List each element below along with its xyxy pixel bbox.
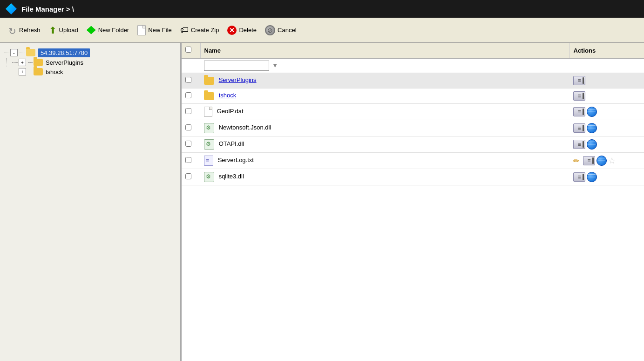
table-header-row: Name Actions xyxy=(182,43,644,58)
tshock-expander[interactable]: + xyxy=(19,68,26,75)
globe-icon[interactable] xyxy=(587,139,597,150)
action-icons: ≡ xyxy=(573,91,640,101)
file-link[interactable]: tshock xyxy=(219,92,237,99)
row-checkbox[interactable] xyxy=(185,124,191,130)
dll-icon xyxy=(204,123,214,133)
row-checkbox[interactable] xyxy=(185,173,191,179)
create-zip-icon: 🏷 xyxy=(180,25,189,35)
tree-root-item[interactable]: - 54.39.28.51:7780 xyxy=(2,48,178,58)
sidebar-collapse-handle[interactable]: ◀ xyxy=(180,193,182,211)
th-checkbox xyxy=(182,43,200,58)
filter-name-cell: ▼ xyxy=(200,58,569,73)
new-folder-label: New Folder xyxy=(98,27,129,34)
rename-bars: ≡ xyxy=(577,109,581,115)
upload-label: Upload xyxy=(59,27,78,34)
th-actions: Actions xyxy=(569,43,644,58)
cancel-button[interactable]: ⊘ Cancel xyxy=(261,23,300,37)
cursor-bar xyxy=(583,125,584,131)
file-name: ServerLog.txt xyxy=(218,157,254,163)
globe-icon[interactable] xyxy=(587,107,597,117)
file-name: GeoIP.dat xyxy=(217,108,244,115)
row-actions-cell: ≡ xyxy=(569,136,644,153)
tree-vline-bottom xyxy=(7,67,12,76)
table-row: OTAPI.dll ≡ xyxy=(182,136,644,153)
cursor-bar xyxy=(583,174,584,180)
star-icon[interactable]: ☆ xyxy=(608,156,616,166)
row-checkbox-cell xyxy=(182,120,200,136)
serverplugins-folder-icon xyxy=(34,59,43,66)
row-checkbox[interactable] xyxy=(185,92,191,98)
cursor-bar xyxy=(583,141,584,148)
app-icon xyxy=(6,3,17,14)
row-checkbox[interactable] xyxy=(185,77,191,83)
tree-tshock-item[interactable]: + tshock xyxy=(12,67,63,76)
rename-bars: ≡ xyxy=(577,93,581,99)
app-title: File Manager > \ xyxy=(21,5,74,13)
root-expander[interactable]: - xyxy=(10,49,18,56)
dll-icon xyxy=(204,139,214,150)
folder-icon xyxy=(204,77,214,85)
table-row: tshock ≡ xyxy=(182,89,644,104)
tree-serverplugins-item[interactable]: + ServerPlugins xyxy=(12,58,83,67)
action-icons: ≡ xyxy=(573,172,640,182)
row-name-cell: Newtonsoft.Json.dll xyxy=(200,120,569,136)
globe-icon[interactable] xyxy=(587,123,597,133)
select-all-checkbox[interactable] xyxy=(185,47,191,53)
create-zip-button[interactable]: 🏷 Create Zip xyxy=(176,23,223,37)
row-actions-cell: ≡ xyxy=(569,120,644,136)
row-actions-cell: ≡ xyxy=(569,104,644,120)
rename-icon[interactable]: ≡ xyxy=(573,107,585,116)
table-row: ServerLog.txt ≡ ☆ xyxy=(182,153,644,169)
filter-row: ▼ xyxy=(182,58,644,73)
serverplugins-label[interactable]: ServerPlugins xyxy=(46,59,83,66)
rename-icon[interactable]: ≡ xyxy=(573,140,585,149)
cursor-bar xyxy=(583,109,584,115)
rename-icon[interactable]: ≡ xyxy=(573,172,585,182)
row-actions-cell: ≡ xyxy=(569,169,644,185)
row-checkbox[interactable] xyxy=(185,157,191,163)
rename-bars: ≡ xyxy=(577,141,581,148)
row-checkbox-cell xyxy=(182,104,200,120)
txt-icon xyxy=(204,156,213,166)
upload-icon: ⬆ xyxy=(49,25,57,36)
row-actions-cell: ≡ xyxy=(569,73,644,89)
refresh-icon xyxy=(7,26,17,35)
root-label[interactable]: 54.39.28.51:7780 xyxy=(38,48,90,57)
tree-vline xyxy=(7,58,12,67)
action-icons: ≡ ☆ xyxy=(573,156,640,166)
filter-icon: ▼ xyxy=(272,61,278,69)
row-checkbox[interactable] xyxy=(185,108,191,114)
action-icons: ≡ xyxy=(573,123,640,133)
edit-icon[interactable] xyxy=(573,157,582,165)
row-name-cell: sqlite3.dll xyxy=(200,169,569,185)
refresh-button[interactable]: Refresh xyxy=(4,24,44,37)
row-checkbox-cell xyxy=(182,153,200,169)
globe-icon[interactable] xyxy=(597,156,607,166)
new-file-button[interactable]: New File xyxy=(134,23,176,37)
title-bar: File Manager > \ xyxy=(0,0,644,18)
delete-icon: ✕ xyxy=(227,26,237,35)
table-row: ServerPlugins ≡ xyxy=(182,73,644,89)
upload-button[interactable]: ⬆ Upload xyxy=(45,23,82,38)
row-name-cell: OTAPI.dll xyxy=(200,136,569,153)
toolbar: Refresh ⬆ Upload New Folder New File 🏷 C… xyxy=(0,18,644,43)
rename-bars: ≡ xyxy=(577,77,581,84)
new-folder-button[interactable]: New Folder xyxy=(83,24,133,36)
tshock-label[interactable]: tshock xyxy=(46,68,63,75)
row-name-cell: ServerLog.txt xyxy=(200,153,569,169)
delete-button[interactable]: ✕ Delete xyxy=(224,24,260,37)
cursor-bar xyxy=(583,93,584,99)
filter-input[interactable] xyxy=(204,61,269,71)
row-actions-cell: ≡ xyxy=(569,89,644,104)
row-checkbox[interactable] xyxy=(185,141,191,147)
sidebar: - 54.39.28.51:7780 + ServerPlugins xyxy=(0,43,182,361)
file-link[interactable]: ServerPlugins xyxy=(219,76,257,83)
root-folder-icon xyxy=(26,49,35,56)
file-name: sqlite3.dll xyxy=(219,173,244,180)
serverplugins-expander[interactable]: + xyxy=(19,59,26,66)
rename-icon[interactable]: ≡ xyxy=(583,156,595,165)
rename-icon[interactable]: ≡ xyxy=(573,91,585,101)
rename-icon[interactable]: ≡ xyxy=(573,76,585,85)
rename-icon[interactable]: ≡ xyxy=(573,123,585,133)
globe-icon[interactable] xyxy=(587,172,597,182)
